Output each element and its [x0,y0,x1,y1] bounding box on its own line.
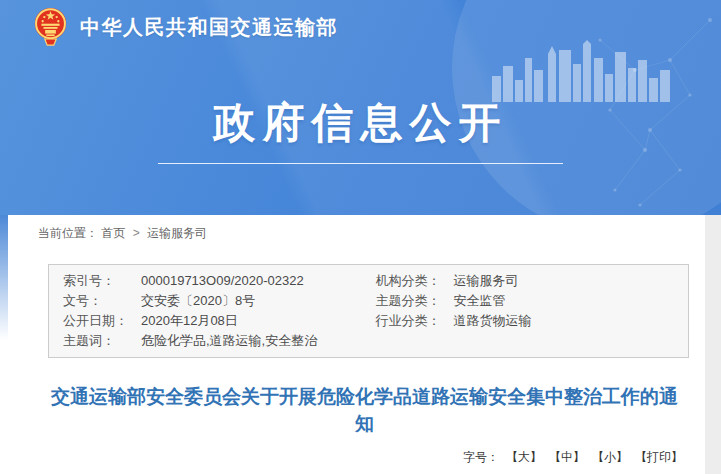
site-logo[interactable]: 中华人民共和国交通运输部 [34,7,338,47]
page-title: 政府信息公开 [0,95,721,151]
font-size-large-button[interactable]: 【大】 [506,450,542,464]
font-size-toolbar: 字号：【大】【中】【小】【打印】 [38,449,691,466]
print-button[interactable]: 【打印】 [635,450,683,464]
meta-label: 机构分类： [376,271,454,291]
font-size-label: 字号： [463,450,499,464]
city-skyline-icon [492,40,674,102]
meta-column-left: 索引号： 000019713O09/2020-02322 文号： 交安委〔202… [63,271,376,351]
meta-value: 000019713O09/2020-02322 [141,271,304,291]
meta-label: 主题词： [63,331,141,351]
breadcrumb: 当前位置： 首页 > 运输服务司 [38,215,691,242]
font-size-small-button[interactable]: 【小】 [592,450,628,464]
site-name: 中华人民共和国交通运输部 [80,14,338,41]
meta-value: 运输服务司 [454,271,519,291]
content-area: 当前位置： 首页 > 运输服务司 索引号： 000019713O09/2020-… [0,215,721,474]
meta-label: 行业分类： [376,311,454,331]
left-gradient-decoration [0,215,8,340]
meta-value: 危险化学品,道路运输,安全整治 [141,331,317,351]
breadcrumb-separator: > [133,226,140,240]
breadcrumb-link-department[interactable]: 运输服务司 [147,226,207,240]
meta-row-topic-category: 主题分类： 安全监管 [376,291,689,311]
main-panel: 当前位置： 首页 > 运输服务司 索引号： 000019713O09/2020-… [8,215,705,474]
meta-value: 安全监管 [454,291,506,311]
document-title: 交通运输部安全委员会关于开展危险化学品道路运输安全集中整治工作的通知 [42,383,687,437]
meta-row-publish-date: 公开日期： 2020年12月08日 [63,311,376,331]
site-header: 中华人民共和国交通运输部 政府信息公开 [0,0,721,215]
document-meta-table: 索引号： 000019713O09/2020-02322 文号： 交安委〔202… [48,264,689,358]
national-emblem-icon [34,7,67,47]
right-scrollbar-gutter [705,215,721,474]
meta-value: 道路货物运输 [454,311,532,331]
meta-row-index-no: 索引号： 000019713O09/2020-02322 [63,271,376,291]
meta-row-agency-category: 机构分类： 运输服务司 [376,271,689,291]
meta-value: 交安委〔2020〕8号 [141,291,255,311]
meta-value: 2020年12月08日 [141,311,238,331]
breadcrumb-link-home[interactable]: 首页 [101,226,125,240]
page: 中华人民共和国交通运输部 政府信息公开 当前位置： 首页 > 运输服务司 索引号… [0,0,721,474]
banner-heading: 政府信息公开 [0,95,721,164]
meta-label: 索引号： [63,271,141,291]
breadcrumb-label: 当前位置： [38,226,98,240]
meta-row-doc-no: 文号： 交安委〔2020〕8号 [63,291,376,311]
meta-row-keywords: 主题词： 危险化学品,道路运输,安全整治 [63,331,376,351]
title-underline [158,163,563,164]
meta-row-industry-category: 行业分类： 道路货物运输 [376,311,689,331]
meta-column-right: 机构分类： 运输服务司 主题分类： 安全监管 行业分类： 道路货物运输 [376,271,689,351]
font-size-medium-button[interactable]: 【中】 [549,450,585,464]
meta-label: 文号： [63,291,141,311]
meta-label: 公开日期： [63,311,141,331]
meta-label: 主题分类： [376,291,454,311]
